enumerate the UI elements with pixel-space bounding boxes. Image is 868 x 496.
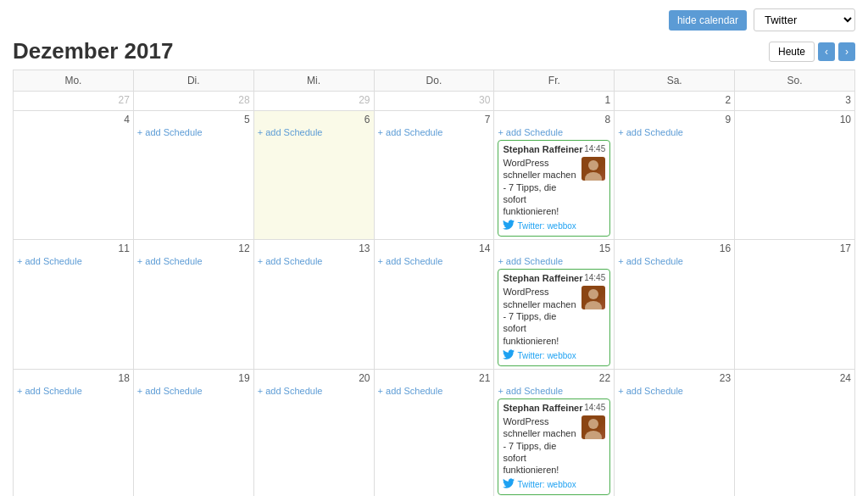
day-number: 11 <box>17 242 130 254</box>
add-schedule-link[interactable]: + add Schedule <box>378 127 491 137</box>
tweet-footer: Twitter: webbox <box>503 220 605 232</box>
tweet-text: WordPress schneller machen - 7 Tipps, di… <box>503 157 578 217</box>
tweet-time: 14:45 <box>584 273 605 282</box>
add-schedule-link[interactable]: + add Schedule <box>378 386 491 396</box>
tweet-footer: Twitter: webbox <box>503 349 605 362</box>
day-number: 27 <box>17 94 130 106</box>
twitter-select[interactable]: Twitter Facebook Instagram <box>754 8 855 31</box>
calendar-cell: 19+ add Schedule <box>133 369 253 496</box>
add-schedule-link[interactable]: + add Schedule <box>498 127 610 137</box>
svg-point-1 <box>585 172 602 181</box>
add-schedule-link[interactable]: + add Schedule <box>137 256 250 266</box>
tweet-author: Stephan Raffeiner <box>503 403 582 413</box>
calendar-row-2: 11+ add Schedule12+ add Schedule13+ add … <box>14 240 855 369</box>
svg-point-5 <box>585 431 602 439</box>
calendar-row-3: 18+ add Schedule19+ add Schedule20+ add … <box>14 369 855 496</box>
svg-point-3 <box>585 301 602 309</box>
weekday-fr: Fr. <box>494 70 615 92</box>
day-number: 28 <box>137 94 250 106</box>
calendar-table: Mo. Di. Mi. Do. Fr. Sa. So. 272829301234… <box>13 70 855 496</box>
add-schedule-link[interactable]: + add Schedule <box>618 386 731 396</box>
day-number: 24 <box>738 372 851 384</box>
calendar-cell: 27 <box>14 92 134 111</box>
weekday-sa: Sa. <box>615 70 735 92</box>
add-schedule-link[interactable]: + add Schedule <box>17 386 130 396</box>
add-schedule-link[interactable]: + add Schedule <box>137 386 250 396</box>
calendar-cell: 16+ add Schedule <box>615 240 735 369</box>
tweet-text: WordPress schneller machen - 7 Tipps, di… <box>503 286 578 346</box>
day-number: 9 <box>618 114 731 125</box>
weekday-mo: Mo. <box>14 70 134 92</box>
day-number: 3 <box>738 94 851 106</box>
add-schedule-link[interactable]: + add Schedule <box>378 256 491 266</box>
day-number: 30 <box>378 94 491 106</box>
calendar-cell: 12+ add Schedule <box>133 240 253 369</box>
calendar-cell: 6+ add Schedule <box>253 111 374 240</box>
nav-controls: Heute ‹ › <box>769 42 855 62</box>
day-number: 22 <box>498 372 610 384</box>
svg-point-0 <box>588 160 598 170</box>
svg-point-2 <box>588 289 598 299</box>
day-number: 8 <box>498 114 610 125</box>
day-number: 10 <box>738 114 851 125</box>
calendar-row-1: 45+ add Schedule6+ add Schedule7+ add Sc… <box>14 111 855 240</box>
add-schedule-link[interactable]: + add Schedule <box>618 127 731 137</box>
add-schedule-link[interactable]: + add Schedule <box>258 127 370 137</box>
calendar-cell: 21+ add Schedule <box>374 369 494 496</box>
add-schedule-link[interactable]: + add Schedule <box>258 386 370 396</box>
day-number: 7 <box>378 114 491 125</box>
calendar-cell: 28 <box>133 92 253 111</box>
calendar-cell: 1 <box>494 92 615 111</box>
day-number: 18 <box>17 372 130 384</box>
calendar-cell: 8+ add ScheduleStephan Raffeiner14:45Wor… <box>494 111 615 240</box>
calendar-cell: 30 <box>374 92 494 111</box>
day-number: 2 <box>618 94 731 106</box>
calendar-cell: 7+ add Schedule <box>374 111 494 240</box>
calendar-cell: 10 <box>735 111 855 240</box>
tweet-footer: Twitter: webbox <box>503 478 605 491</box>
day-number: 15 <box>498 242 610 254</box>
weekday-header-row: Mo. Di. Mi. Do. Fr. Sa. So. <box>14 70 855 92</box>
svg-point-4 <box>588 419 598 429</box>
tweet-card[interactable]: Stephan Raffeiner14:45WordPress schnelle… <box>498 398 610 495</box>
next-button[interactable]: › <box>838 42 855 61</box>
heute-button[interactable]: Heute <box>769 42 815 62</box>
day-number: 21 <box>378 372 491 384</box>
add-schedule-link[interactable]: + add Schedule <box>137 127 250 137</box>
calendar-cell: 29 <box>253 92 374 111</box>
day-number: 23 <box>618 372 731 384</box>
calendar-cell: 13+ add Schedule <box>253 240 374 369</box>
calendar-cell: 15+ add ScheduleStephan Raffeiner14:45Wo… <box>494 240 615 369</box>
tweet-card[interactable]: Stephan Raffeiner14:45WordPress schnelle… <box>498 269 610 365</box>
calendar-cell: 3 <box>735 92 855 111</box>
add-schedule-link[interactable]: + add Schedule <box>258 256 370 266</box>
tweet-platform-text: Twitter: webbox <box>517 221 576 231</box>
calendar-cell: 9+ add Schedule <box>615 111 735 240</box>
tweet-time: 14:45 <box>584 403 605 412</box>
tweet-avatar <box>581 286 605 309</box>
tweet-card[interactable]: Stephan Raffeiner14:45WordPress schnelle… <box>498 140 610 237</box>
tweet-platform-text: Twitter: webbox <box>517 351 576 360</box>
tweet-avatar <box>581 415 605 439</box>
calendar-cell: 24 <box>735 369 855 496</box>
hide-calendar-button[interactable]: hide calendar <box>669 10 747 31</box>
day-number: 13 <box>258 242 370 254</box>
tweet-text: WordPress schneller machen - 7 Tipps, di… <box>503 415 578 476</box>
add-schedule-link[interactable]: + add Schedule <box>498 256 610 266</box>
day-number: 19 <box>137 372 250 384</box>
month-title: Dezember 2017 <box>13 38 173 64</box>
tweet-author: Stephan Raffeiner <box>503 144 582 154</box>
twitter-bird-icon <box>503 349 515 362</box>
calendar-cell: 18+ add Schedule <box>14 369 134 496</box>
weekday-so: So. <box>735 70 855 92</box>
calendar-cell: 14+ add Schedule <box>374 240 494 369</box>
prev-button[interactable]: ‹ <box>818 42 835 61</box>
add-schedule-link[interactable]: + add Schedule <box>17 256 130 266</box>
add-schedule-link[interactable]: + add Schedule <box>498 386 610 396</box>
add-schedule-link[interactable]: + add Schedule <box>618 256 731 266</box>
day-number: 14 <box>378 242 491 254</box>
twitter-bird-icon <box>503 220 515 232</box>
calendar-cell: 23+ add Schedule <box>615 369 735 496</box>
calendar-header: Dezember 2017 Heute ‹ › <box>13 38 855 64</box>
weekday-di: Di. <box>133 70 253 92</box>
